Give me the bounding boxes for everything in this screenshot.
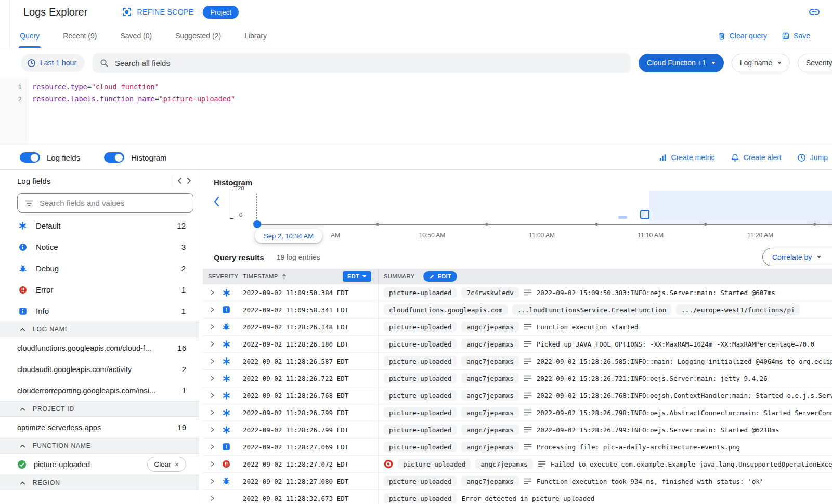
log-entry-row[interactable]: 2022-09-02 11:28:26.768 EDT picture-uplo…: [203, 387, 832, 404]
log-fields-toggle[interactable]: [20, 152, 40, 163]
severity-filter-row[interactable]: Info 1: [0, 300, 199, 322]
expand-chevron-icon[interactable]: [209, 289, 215, 296]
log-entry-row[interactable]: 2022-09-02 11:28:26.799 EDT picture-uplo…: [203, 404, 832, 421]
field-value-row[interactable]: optimize-serverless-apps 19 ×: [0, 417, 199, 438]
log-entry-row[interactable]: 2022-09-02 11:28:26.587 EDT picture-uplo…: [203, 353, 832, 370]
share-link-button[interactable]: [808, 7, 821, 17]
log-chip[interactable]: picture-uploaded: [384, 390, 457, 401]
expand-chevron-icon[interactable]: [209, 375, 215, 381]
refine-scope-button[interactable]: REFINE SCOPE: [122, 7, 193, 17]
edit-summary-button[interactable]: EDIT: [423, 271, 457, 282]
log-chip[interactable]: picture-uploaded: [384, 493, 457, 503]
log-entry-row[interactable]: 2022-09-02 11:28:26.722 EDT picture-uplo…: [203, 370, 832, 387]
log-entry-row[interactable]: 2022-09-02 11:09:58.341 EDT cloudfunctio…: [203, 301, 832, 319]
expand-chevron-icon[interactable]: [209, 307, 215, 313]
log-chip[interactable]: picture-uploaded: [384, 407, 457, 418]
field-section-header[interactable]: PROJECT ID: [0, 401, 199, 417]
log-chip[interactable]: ...loudFunctionsService.CreateFunction: [512, 304, 671, 315]
log-chip[interactable]: angc7jepamxs: [461, 407, 518, 418]
chevron-left-icon[interactable]: [177, 177, 182, 184]
editor-code[interactable]: resource.type="cloud_function" resource.…: [29, 77, 235, 145]
time-range-selection[interactable]: [649, 191, 832, 224]
fields-search-box[interactable]: [17, 193, 193, 213]
search-input[interactable]: [115, 59, 623, 68]
log-chip[interactable]: picture-uploaded: [384, 442, 457, 452]
field-value-row[interactable]: cloudaudit.googleapis.com/activity 2 ×: [0, 359, 199, 380]
log-entry-row[interactable]: 2022-09-02 11:28:27.072 EDT picture-uplo…: [203, 456, 832, 473]
expand-chevron-icon[interactable]: [209, 495, 215, 501]
expand-chevron-icon[interactable]: [209, 324, 215, 330]
correlate-by-button[interactable]: Correlate by: [762, 248, 832, 266]
log-chip[interactable]: angc7jepamxs: [461, 322, 518, 332]
log-chip[interactable]: picture-uploaded: [384, 339, 457, 349]
sort-ascending-icon[interactable]: [281, 273, 287, 280]
tab-recent[interactable]: Recent (9): [62, 24, 98, 48]
expand-chevron-icon[interactable]: [209, 392, 215, 399]
log-entry-row[interactable]: 2022-09-02 11:28:27.069 EDT picture-uplo…: [203, 439, 832, 456]
log-chip[interactable]: .../europe-west1/functions/pi: [676, 304, 800, 315]
save-button[interactable]: Save: [782, 32, 810, 40]
severity-filter-row[interactable]: Notice 3: [0, 236, 199, 258]
field-section-header[interactable]: LOG NAME: [0, 322, 199, 337]
expand-chevron-icon[interactable]: [209, 427, 215, 433]
log-entry-row[interactable]: 2022-09-02 11:28:26.799 EDT picture-uplo…: [203, 421, 832, 439]
log-chip[interactable]: angc7jepamxs: [461, 339, 518, 349]
field-value-row[interactable]: cloudfunctions.googleapis.com/cloud-f...…: [0, 337, 199, 359]
fields-search-input[interactable]: [40, 198, 186, 207]
tab-query[interactable]: Query: [19, 24, 41, 48]
time-marker-handle[interactable]: [253, 220, 261, 228]
expand-chevron-icon[interactable]: [209, 478, 215, 484]
histogram-toggle[interactable]: [104, 152, 124, 163]
resource-filter-dropdown[interactable]: Cloud Function +1: [639, 54, 724, 72]
timestamp-column-header[interactable]: TIMESTAMP EDT: [238, 269, 378, 284]
tab-suggested[interactable]: Suggested (2): [174, 24, 222, 48]
log-chip[interactable]: picture-uploaded: [384, 322, 457, 332]
query-editor[interactable]: 1 2 resource.type="cloud_function" resou…: [0, 77, 832, 145]
severity-filter-row[interactable]: Debug 2: [0, 258, 199, 279]
log-chip[interactable]: picture-uploaded: [384, 373, 457, 383]
log-chip[interactable]: angc7jepamxs: [461, 373, 518, 383]
log-entry-row[interactable]: 2022-09-02 11:28:26.180 EDT picture-uplo…: [203, 336, 832, 353]
log-chip[interactable]: 7c4rwskwledv: [461, 287, 518, 298]
field-section-header[interactable]: REGION: [0, 475, 199, 490]
chevron-right-icon[interactable]: [187, 177, 191, 184]
tab-library[interactable]: Library: [243, 24, 268, 48]
log-entry-row[interactable]: 2022-09-02 11:09:50.384 EDT picture-uplo…: [203, 284, 832, 301]
expand-chevron-icon[interactable]: [209, 461, 215, 467]
field-section-header[interactable]: FUNCTION NAME: [0, 438, 199, 454]
log-chip[interactable]: picture-uploaded: [384, 425, 457, 435]
severity-dropdown[interactable]: Severity: [798, 54, 832, 72]
log-chip[interactable]: picture-uploaded: [384, 476, 457, 486]
severity-filter-row[interactable]: Default 12: [0, 215, 199, 236]
log-chip[interactable]: angc7jepamxs: [475, 459, 532, 469]
log-chip[interactable]: picture-uploaded: [384, 356, 457, 366]
log-entry-row[interactable]: 2022-09-02 11:28:26.148 EDT picture-uplo…: [203, 319, 832, 336]
log-name-dropdown[interactable]: Log name: [732, 54, 790, 72]
log-chip[interactable]: angc7jepamxs: [461, 390, 518, 401]
histogram-scroll-left-button[interactable]: [213, 196, 220, 207]
log-chip[interactable]: angc7jepamxs: [461, 356, 518, 366]
expand-chevron-icon[interactable]: [209, 444, 215, 450]
clear-query-button[interactable]: Clear query: [718, 32, 767, 41]
log-chip[interactable]: cloudfunctions.googleapis.com: [384, 304, 508, 315]
create-alert-button[interactable]: Create alert: [731, 153, 782, 162]
severity-filter-row[interactable]: Error 1: [0, 279, 199, 300]
expand-chevron-icon[interactable]: [209, 409, 215, 416]
log-chip[interactable]: angc7jepamxs: [461, 442, 518, 452]
jump-to-now-button[interactable]: Jump: [797, 153, 828, 162]
log-chip[interactable]: angc7jepamxs: [461, 425, 518, 435]
create-metric-button[interactable]: Create metric: [658, 153, 715, 162]
clear-filter-button[interactable]: Clear ×: [147, 457, 186, 472]
scope-project-badge[interactable]: Project: [203, 6, 238, 19]
timezone-dropdown[interactable]: EDT: [343, 271, 371, 282]
time-range-button[interactable]: Last 1 hour: [21, 54, 85, 72]
field-value-row[interactable]: picture-uploaded Clear ×: [0, 454, 199, 475]
tab-saved[interactable]: Saved (0): [119, 24, 153, 48]
field-value-row[interactable]: clouderrorreporting.googleapis.com/insi.…: [0, 380, 199, 401]
log-chip[interactable]: angc7jepamxs: [461, 476, 518, 486]
log-chip[interactable]: picture-uploaded: [384, 287, 457, 298]
log-entry-row[interactable]: 2022-09-02 11:28:32.673 EDT picture-uplo…: [203, 490, 832, 504]
log-entry-row[interactable]: 2022-09-02 11:28:27.080 EDT picture-uplo…: [203, 473, 832, 490]
expand-chevron-icon[interactable]: [209, 358, 215, 364]
selection-handle[interactable]: [640, 210, 649, 219]
